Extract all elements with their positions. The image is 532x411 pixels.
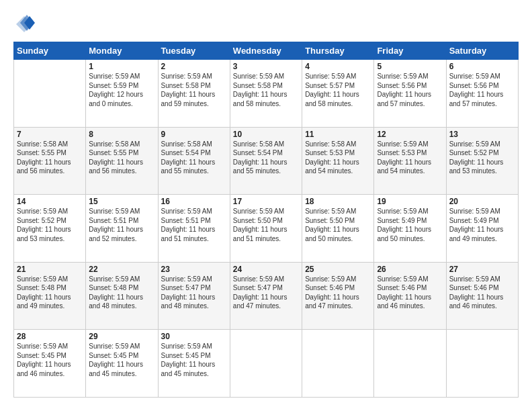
day-info: Sunrise: 5:59 AMSunset: 5:51 PMDaylight:…	[89, 207, 154, 243]
calendar-cell: 21Sunrise: 5:59 AMSunset: 5:48 PMDayligh…	[14, 262, 86, 330]
day-info: Sunrise: 5:59 AMSunset: 5:46 PMDaylight:…	[449, 275, 515, 311]
day-number: 4	[305, 62, 371, 71]
calendar-cell: 15Sunrise: 5:59 AMSunset: 5:51 PMDayligh…	[86, 195, 158, 263]
calendar-week-row: 14Sunrise: 5:59 AMSunset: 5:52 PMDayligh…	[14, 195, 519, 263]
calendar-cell: 6Sunrise: 5:59 AMSunset: 5:56 PMDaylight…	[446, 60, 518, 128]
day-info: Sunrise: 5:59 AMSunset: 5:53 PMDaylight:…	[377, 140, 443, 176]
day-info: Sunrise: 5:59 AMSunset: 5:50 PMDaylight:…	[233, 207, 299, 243]
calendar-cell: 5Sunrise: 5:59 AMSunset: 5:56 PMDaylight…	[374, 60, 446, 128]
day-number: 9	[161, 130, 227, 139]
day-number: 6	[449, 62, 515, 71]
day-number: 11	[305, 130, 371, 139]
day-number: 20	[449, 197, 515, 206]
day-info: Sunrise: 5:59 AMSunset: 5:45 PMDaylight:…	[89, 342, 154, 378]
day-info: Sunrise: 5:59 AMSunset: 5:59 PMDaylight:…	[89, 72, 154, 108]
calendar-cell: 2Sunrise: 5:59 AMSunset: 5:58 PMDaylight…	[158, 60, 230, 128]
day-info: Sunrise: 5:59 AMSunset: 5:46 PMDaylight:…	[377, 275, 443, 311]
weekday-header-row: SundayMondayTuesdayWednesdayThursdayFrid…	[14, 42, 519, 60]
day-info: Sunrise: 5:59 AMSunset: 5:56 PMDaylight:…	[377, 72, 443, 108]
day-number: 12	[377, 130, 443, 139]
calendar-cell: 3Sunrise: 5:59 AMSunset: 5:58 PMDaylight…	[230, 60, 302, 128]
day-info: Sunrise: 5:59 AMSunset: 5:52 PMDaylight:…	[449, 140, 515, 176]
calendar-cell	[302, 330, 374, 398]
day-number: 2	[161, 62, 227, 71]
day-number: 18	[305, 197, 371, 206]
day-info: Sunrise: 5:59 AMSunset: 5:48 PMDaylight:…	[17, 275, 83, 311]
calendar-cell: 30Sunrise: 5:59 AMSunset: 5:45 PMDayligh…	[158, 330, 230, 398]
weekday-header: Friday	[374, 42, 446, 60]
day-number: 24	[233, 265, 299, 274]
day-number: 16	[161, 197, 227, 206]
day-info: Sunrise: 5:59 AMSunset: 5:58 PMDaylight:…	[161, 72, 227, 108]
calendar-cell: 18Sunrise: 5:59 AMSunset: 5:50 PMDayligh…	[302, 195, 374, 263]
day-info: Sunrise: 5:58 AMSunset: 5:55 PMDaylight:…	[17, 140, 83, 176]
calendar-cell: 4Sunrise: 5:59 AMSunset: 5:57 PMDaylight…	[302, 60, 374, 128]
logo	[13, 13, 36, 35]
calendar-cell: 20Sunrise: 5:59 AMSunset: 5:49 PMDayligh…	[446, 195, 518, 263]
day-number: 25	[305, 265, 371, 274]
day-info: Sunrise: 5:59 AMSunset: 5:46 PMDaylight:…	[305, 275, 371, 311]
calendar-page: SundayMondayTuesdayWednesdayThursdayFrid…	[0, 0, 532, 411]
calendar-cell: 22Sunrise: 5:59 AMSunset: 5:48 PMDayligh…	[86, 262, 158, 330]
weekday-header: Sunday	[14, 42, 86, 60]
day-info: Sunrise: 5:59 AMSunset: 5:47 PMDaylight:…	[233, 275, 299, 311]
calendar-week-row: 21Sunrise: 5:59 AMSunset: 5:48 PMDayligh…	[14, 262, 519, 330]
calendar-cell: 26Sunrise: 5:59 AMSunset: 5:46 PMDayligh…	[374, 262, 446, 330]
calendar-week-row: 7Sunrise: 5:58 AMSunset: 5:55 PMDaylight…	[14, 127, 519, 195]
calendar-cell: 11Sunrise: 5:58 AMSunset: 5:53 PMDayligh…	[302, 127, 374, 195]
calendar-cell: 17Sunrise: 5:59 AMSunset: 5:50 PMDayligh…	[230, 195, 302, 263]
day-number: 19	[377, 197, 443, 206]
calendar-cell: 7Sunrise: 5:58 AMSunset: 5:55 PMDaylight…	[14, 127, 86, 195]
calendar-cell: 12Sunrise: 5:59 AMSunset: 5:53 PMDayligh…	[374, 127, 446, 195]
day-number: 22	[89, 265, 154, 274]
day-number: 14	[17, 197, 83, 206]
day-info: Sunrise: 5:59 AMSunset: 5:51 PMDaylight:…	[161, 207, 227, 243]
weekday-header: Tuesday	[158, 42, 230, 60]
day-info: Sunrise: 5:59 AMSunset: 5:52 PMDaylight:…	[17, 207, 83, 243]
calendar-cell	[446, 330, 518, 398]
day-number: 30	[161, 332, 227, 341]
day-number: 17	[233, 197, 299, 206]
day-info: Sunrise: 5:59 AMSunset: 5:58 PMDaylight:…	[233, 72, 299, 108]
weekday-header: Monday	[86, 42, 158, 60]
day-info: Sunrise: 5:58 AMSunset: 5:55 PMDaylight:…	[89, 140, 154, 176]
day-number: 23	[161, 265, 227, 274]
day-info: Sunrise: 5:59 AMSunset: 5:56 PMDaylight:…	[449, 72, 515, 108]
day-number: 5	[377, 62, 443, 71]
day-number: 10	[233, 130, 299, 139]
calendar-table: SundayMondayTuesdayWednesdayThursdayFrid…	[13, 42, 519, 398]
day-number: 15	[89, 197, 154, 206]
calendar-cell	[374, 330, 446, 398]
day-number: 21	[17, 265, 83, 274]
calendar-cell: 19Sunrise: 5:59 AMSunset: 5:49 PMDayligh…	[374, 195, 446, 263]
calendar-cell	[14, 60, 86, 128]
calendar-cell: 8Sunrise: 5:58 AMSunset: 5:55 PMDaylight…	[86, 127, 158, 195]
day-number: 26	[377, 265, 443, 274]
day-number: 29	[89, 332, 154, 341]
day-number: 7	[17, 130, 83, 139]
day-number: 13	[449, 130, 515, 139]
weekday-header: Thursday	[302, 42, 374, 60]
day-info: Sunrise: 5:59 AMSunset: 5:45 PMDaylight:…	[17, 342, 83, 378]
day-info: Sunrise: 5:59 AMSunset: 5:47 PMDaylight:…	[161, 275, 227, 311]
calendar-week-row: 28Sunrise: 5:59 AMSunset: 5:45 PMDayligh…	[14, 330, 519, 398]
day-info: Sunrise: 5:59 AMSunset: 5:49 PMDaylight:…	[377, 207, 443, 243]
day-number: 8	[89, 130, 154, 139]
calendar-cell: 25Sunrise: 5:59 AMSunset: 5:46 PMDayligh…	[302, 262, 374, 330]
calendar-week-row: 1Sunrise: 5:59 AMSunset: 5:59 PMDaylight…	[14, 60, 519, 128]
day-info: Sunrise: 5:59 AMSunset: 5:50 PMDaylight:…	[305, 207, 371, 243]
weekday-header: Saturday	[446, 42, 518, 60]
day-info: Sunrise: 5:59 AMSunset: 5:57 PMDaylight:…	[305, 72, 371, 108]
day-number: 27	[449, 265, 515, 274]
calendar-cell: 23Sunrise: 5:59 AMSunset: 5:47 PMDayligh…	[158, 262, 230, 330]
day-info: Sunrise: 5:59 AMSunset: 5:49 PMDaylight:…	[449, 207, 515, 243]
day-info: Sunrise: 5:58 AMSunset: 5:53 PMDaylight:…	[305, 140, 371, 176]
calendar-cell: 14Sunrise: 5:59 AMSunset: 5:52 PMDayligh…	[14, 195, 86, 263]
day-info: Sunrise: 5:58 AMSunset: 5:54 PMDaylight:…	[233, 140, 299, 176]
day-info: Sunrise: 5:59 AMSunset: 5:45 PMDaylight:…	[161, 342, 227, 378]
day-number: 28	[17, 332, 83, 341]
day-number: 3	[233, 62, 299, 71]
logo-icon	[13, 13, 35, 35]
day-number: 1	[89, 62, 154, 71]
calendar-cell: 27Sunrise: 5:59 AMSunset: 5:46 PMDayligh…	[446, 262, 518, 330]
